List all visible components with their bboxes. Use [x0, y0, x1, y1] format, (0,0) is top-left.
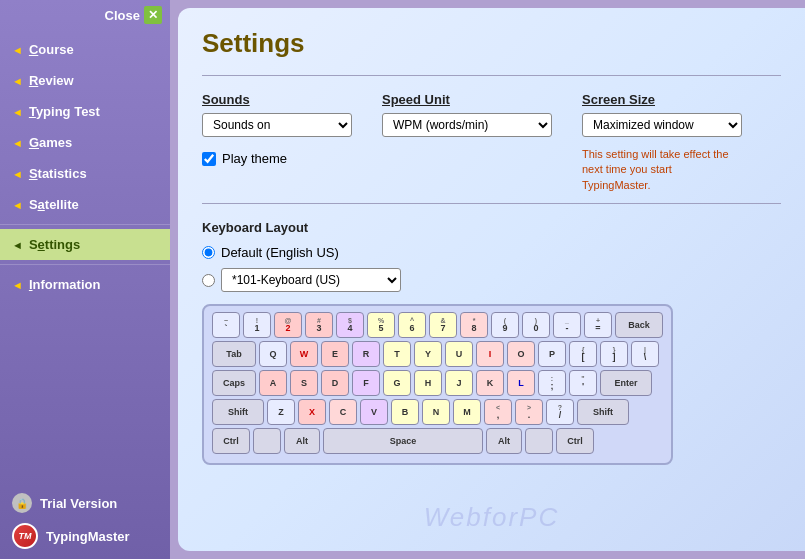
key-lbracket[interactable]: {[	[569, 341, 597, 367]
nav-arrow-course: ◄	[12, 44, 23, 56]
key-k[interactable]: K	[476, 370, 504, 396]
key-d[interactable]: D	[321, 370, 349, 396]
key-n[interactable]: N	[422, 399, 450, 425]
speed-unit-label: Speed Unit	[382, 92, 552, 107]
sidebar-label-information: Information	[29, 277, 101, 292]
key-space[interactable]: Space	[323, 428, 483, 454]
nav-arrow-typing-test: ◄	[12, 106, 23, 118]
brand-logo-icon: TM	[12, 523, 38, 549]
sidebar-label-statistics: Statistics	[29, 166, 87, 181]
sidebar-label-course: Course	[29, 42, 74, 57]
key-r[interactable]: R	[352, 341, 380, 367]
keyboard-radio-group: Default (English US) *101-Keyboard (US)	[202, 245, 401, 292]
key-4[interactable]: $4	[336, 312, 364, 338]
close-button[interactable]: Close ✕	[105, 6, 162, 24]
sidebar-item-review[interactable]: ◄ Review	[0, 65, 170, 96]
watermark: WebforPC	[424, 502, 559, 533]
key-win-right[interactable]	[525, 428, 553, 454]
nav-arrow-settings: ◄	[12, 239, 23, 251]
sidebar-label-settings: Settings	[29, 237, 80, 252]
sidebar-item-statistics[interactable]: ◄ Statistics	[0, 158, 170, 189]
radio-101[interactable]	[202, 274, 215, 287]
key-q[interactable]: Q	[259, 341, 287, 367]
key-b[interactable]: B	[391, 399, 419, 425]
key-minus[interactable]: _-	[553, 312, 581, 338]
key-win-left[interactable]	[253, 428, 281, 454]
play-theme-checkbox[interactable]	[202, 152, 216, 166]
key-e[interactable]: E	[321, 341, 349, 367]
sidebar-item-typing-test[interactable]: ◄ Typing Test	[0, 96, 170, 127]
key-i[interactable]: I	[476, 341, 504, 367]
key-u[interactable]: U	[445, 341, 473, 367]
play-theme-label: Play theme	[222, 151, 287, 166]
key-caps[interactable]: Caps	[212, 370, 256, 396]
screen-size-group: Screen Size Maximized window 800x600 102…	[582, 92, 742, 193]
sidebar-item-satellite[interactable]: ◄ Satellite	[0, 189, 170, 220]
screen-size-select[interactable]: Maximized window 800x600 1024x768 Full s…	[582, 113, 742, 137]
key-5[interactable]: %5	[367, 312, 395, 338]
key-backspace[interactable]: Back	[615, 312, 663, 338]
key-c[interactable]: C	[329, 399, 357, 425]
key-7[interactable]: &7	[429, 312, 457, 338]
key-semicolon[interactable]: :;	[538, 370, 566, 396]
key-6[interactable]: ^6	[398, 312, 426, 338]
key-quote[interactable]: "'	[569, 370, 597, 396]
key-s[interactable]: S	[290, 370, 318, 396]
key-tilde[interactable]: ~`	[212, 312, 240, 338]
nav-arrow-review: ◄	[12, 75, 23, 87]
key-tab[interactable]: Tab	[212, 341, 256, 367]
key-alt-right[interactable]: Alt	[486, 428, 522, 454]
sounds-select[interactable]: Sounds on Sounds off	[202, 113, 352, 137]
key-ctrl-left[interactable]: Ctrl	[212, 428, 250, 454]
key-y[interactable]: Y	[414, 341, 442, 367]
key-1[interactable]: !1	[243, 312, 271, 338]
key-shift-right[interactable]: Shift	[577, 399, 629, 425]
key-0[interactable]: )0	[522, 312, 550, 338]
key-g[interactable]: G	[383, 370, 411, 396]
key-alt-left[interactable]: Alt	[284, 428, 320, 454]
key-2[interactable]: @2	[274, 312, 302, 338]
keyboard-section: Keyboard Layout Default (English US) *10…	[202, 220, 781, 465]
key-comma[interactable]: <,	[484, 399, 512, 425]
key-row-1: ~` !1 @2 #3 $4 %5 ^6 &7 *8 (9 )0 _- += B…	[212, 312, 663, 338]
speed-unit-group: Speed Unit WPM (words/min) CPM (chars/mi…	[382, 92, 552, 137]
key-o[interactable]: O	[507, 341, 535, 367]
sidebar-item-settings[interactable]: ◄ Settings	[0, 229, 170, 260]
key-shift-left[interactable]: Shift	[212, 399, 264, 425]
key-equals[interactable]: +=	[584, 312, 612, 338]
sidebar-item-course[interactable]: ◄ Course	[0, 34, 170, 65]
key-enter[interactable]: Enter	[600, 370, 652, 396]
key-row-3: Caps A S D F G H J K L :; "' Enter	[212, 370, 663, 396]
trial-label: Trial Version	[40, 496, 117, 511]
key-p[interactable]: P	[538, 341, 566, 367]
speed-unit-select[interactable]: WPM (words/min) CPM (chars/min) KPH (key…	[382, 113, 552, 137]
key-j[interactable]: J	[445, 370, 473, 396]
key-m[interactable]: M	[453, 399, 481, 425]
radio-default[interactable]	[202, 246, 215, 259]
radio-default-row: Default (English US)	[202, 245, 401, 260]
key-row-4: Shift Z X C V B N M <, >. ?/ Shift	[212, 399, 663, 425]
keyboard-layout-label: Keyboard Layout	[202, 220, 401, 235]
sidebar-item-games[interactable]: ◄ Games	[0, 127, 170, 158]
keyboard-101-select[interactable]: *101-Keyboard (US)	[221, 268, 401, 292]
key-l[interactable]: L	[507, 370, 535, 396]
key-f[interactable]: F	[352, 370, 380, 396]
sounds-group: Sounds Sounds on Sounds off Play theme	[202, 92, 352, 166]
key-z[interactable]: Z	[267, 399, 295, 425]
key-9[interactable]: (9	[491, 312, 519, 338]
key-period[interactable]: >.	[515, 399, 543, 425]
key-w[interactable]: W	[290, 341, 318, 367]
key-8[interactable]: *8	[460, 312, 488, 338]
key-rbracket[interactable]: }]	[600, 341, 628, 367]
radio-default-label: Default (English US)	[221, 245, 339, 260]
key-3[interactable]: #3	[305, 312, 333, 338]
key-slash[interactable]: ?/	[546, 399, 574, 425]
key-h[interactable]: H	[414, 370, 442, 396]
key-x[interactable]: X	[298, 399, 326, 425]
key-ctrl-right[interactable]: Ctrl	[556, 428, 594, 454]
key-backslash[interactable]: |\	[631, 341, 659, 367]
key-v[interactable]: V	[360, 399, 388, 425]
key-t[interactable]: T	[383, 341, 411, 367]
sidebar-item-information[interactable]: ◄ Information	[0, 269, 170, 300]
key-a[interactable]: A	[259, 370, 287, 396]
